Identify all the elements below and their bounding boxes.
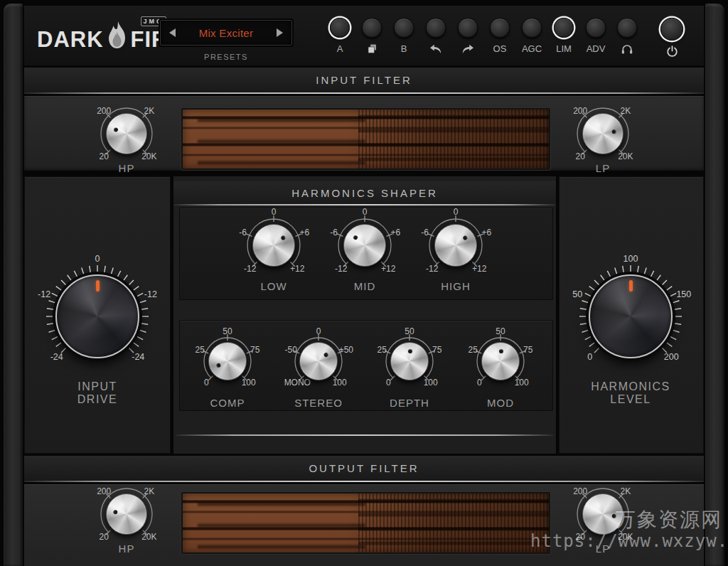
adv-button[interactable]: ADV [579,18,613,55]
copy-icon [355,43,389,55]
knob-scale-label: -12 [426,264,438,274]
depth-knob-unit: 0255075100DEPTH [365,317,454,405]
knob-scale-label: -12 [38,289,50,299]
knob-scale-label: 0 [363,207,368,217]
comp-knob-unit: 0255075100COMP [183,317,272,405]
lim-button-face[interactable] [554,18,574,38]
adv-button-face[interactable] [586,18,606,38]
phones-button-face[interactable] [617,18,637,38]
knob-scale-label: -12 [244,264,256,274]
knob-scale-label: 0 [272,207,277,217]
level-knob[interactable] [589,274,673,358]
knob-scale-label: 100 [333,378,347,388]
stereo-knob-unit: MONO-500+50100STEREO [274,317,363,405]
knob-scale-label: 0 [95,254,100,264]
preset-selector[interactable]: Mix Exciter [160,20,292,46]
output-hp-knob[interactable] [106,493,147,535]
knob-scale-label: -6 [421,228,429,237]
preset-name[interactable]: Mix Exciter [199,27,254,39]
phones-button[interactable] [610,18,644,55]
redo-button-face[interactable] [458,18,478,38]
headphones-icon [610,43,644,55]
agc-button[interactable]: AGC [515,18,549,55]
output-display-screen [181,492,550,554]
knob-scale-label: +50 [339,345,353,355]
os-button-face[interactable] [490,18,510,38]
lim-button[interactable]: LIM [547,18,581,55]
mod-knob[interactable] [481,342,520,380]
level-knob-label: HARMONICSLEVEL [591,380,670,406]
a-button[interactable]: A [323,18,357,55]
flame-icon [105,21,130,53]
high-knob-label: HIGH [441,280,471,292]
power-button[interactable] [655,18,689,58]
divider-line [176,434,553,436]
knob-scale-label: 50 [496,326,505,336]
knob-scale-label: +6 [482,228,492,237]
knob-scale-label: 75 [523,345,532,355]
depth-knob[interactable] [390,342,429,380]
knob-scale-label: 75 [432,345,441,355]
knob-scale-label: 0 [477,378,482,388]
knob-scale-label: 200 [573,106,587,116]
knob-pointer [96,280,100,292]
undo-icon [419,43,453,55]
knob-indicator-layer [590,276,671,357]
knob-indicator-dot [280,235,286,240]
knob-indicator-dot [113,510,118,515]
a-button-label: A [323,43,357,55]
knob-scale-label: 20K [141,532,156,542]
knob-indicator-dot [408,349,412,353]
os-button[interactable]: OS [483,18,517,55]
knob-scale-label: +12 [381,264,395,274]
input-hp-knob[interactable] [106,113,147,154]
b-button-face[interactable] [394,18,414,38]
comp-knob-label: COMP [210,397,245,409]
knob-scale-label: +6 [391,228,401,237]
drive-knob-unit: -24-120-12-24INPUTDRIVE [14,233,181,400]
agc-button-face[interactable] [522,18,542,38]
knob-scale-label: 0 [454,207,459,217]
display-texture [358,493,549,552]
watermark-url: https://www.wxzyw.cn [530,531,728,551]
input-lp-knob[interactable] [582,113,623,154]
knob-scale-label: 20K [141,151,156,161]
redo-icon [451,43,485,55]
low-knob[interactable] [252,224,295,267]
copy-button-face[interactable] [362,18,382,38]
knob-scale-label: 75 [250,345,259,355]
mid-knob[interactable] [343,224,386,267]
low-knob-unit: -12-60+6+12LOW [224,196,323,295]
knob-scale-label: 200 [664,352,679,362]
b-button[interactable]: B [387,18,421,55]
input-hp-knob-unit: 202002K20KHP [80,87,173,180]
input-display-screen [181,108,550,170]
header-bar: DARK JMG FIRE Mix Exciter PRESETS ABOSAG… [24,6,704,65]
knob-scale-label: 50 [223,326,232,336]
knob-scale-label: 25 [196,345,205,355]
drive-knob[interactable] [55,274,139,358]
knob-scale-label: 200 [573,486,587,496]
knob-scale-label: 25 [469,345,478,355]
a-button-face[interactable] [330,18,350,38]
undo-button[interactable] [419,18,453,55]
knob-scale-label: 100 [424,378,438,388]
knob-scale-label: -50 [285,345,297,355]
stereo-knob[interactable] [299,342,338,380]
low-knob-label: LOW [260,280,287,292]
knob-scale-label: -24 [50,352,63,362]
redo-button[interactable] [451,18,485,55]
comp-knob[interactable] [208,342,247,380]
knob-scale-label: 0 [204,378,209,388]
copy-button[interactable] [355,18,389,55]
high-knob[interactable] [434,224,477,267]
knob-scale-label: 50 [572,289,582,299]
mid-knob-unit: -12-60+6+12MID [315,196,414,295]
knob-scale-label: 2K [620,486,631,496]
power-button-face[interactable] [660,18,683,41]
knob-scale-label: +12 [290,264,304,274]
preset-next-button[interactable] [277,28,283,37]
preset-prev-button[interactable] [169,28,176,37]
knob-scale-label: 2K [144,486,154,496]
undo-button-face[interactable] [426,18,446,38]
